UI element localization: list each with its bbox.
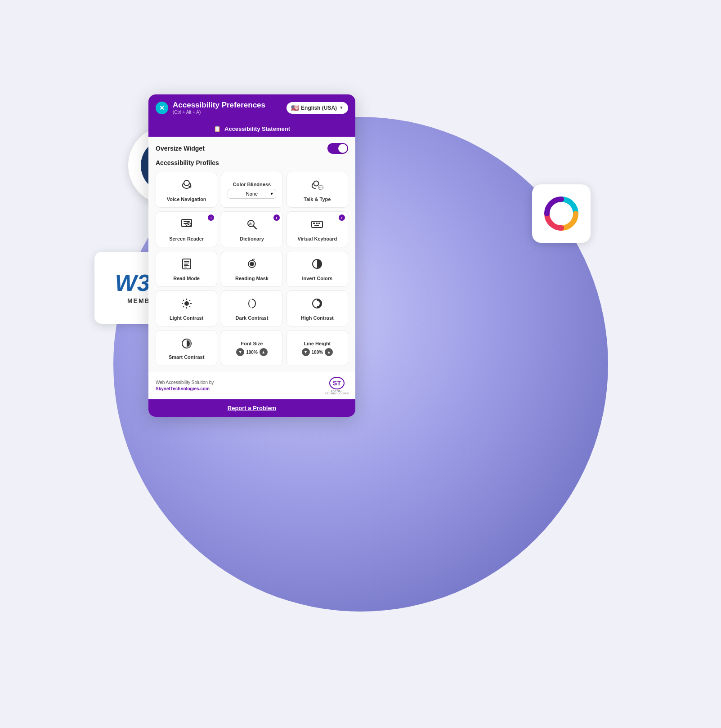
svg-rect-20 (184, 267, 187, 268)
read-mode-icon (180, 258, 193, 273)
widget-header: ✕ Accessibility Preferences (Ctrl + Alt … (148, 94, 355, 121)
line-height-decrement[interactable]: ▼ (302, 348, 310, 356)
header-shortcut: (Ctrl + Alt + A) (173, 110, 265, 115)
font-size-label: Font Size (241, 341, 263, 346)
c-logo-card (532, 184, 591, 243)
voice-navigation-label: Voice Navigation (167, 197, 206, 202)
dictionary-icon: a (246, 218, 258, 233)
screen-reader-item[interactable]: i Screen Reader (156, 211, 217, 247)
high-contrast-item[interactable]: High Contrast (287, 290, 348, 326)
profiles-grid: ◀ Voice Navigation Color Blindness None … (156, 172, 348, 366)
high-contrast-icon (311, 297, 323, 313)
svg-rect-13 (318, 223, 320, 224)
high-contrast-label: High Contrast (301, 315, 334, 321)
invert-colors-label: Invert Colors (302, 276, 332, 281)
widget-body: Oversize Widget Accessibility Profiles ◀ (148, 137, 355, 372)
oversize-widget-toggle[interactable] (327, 143, 348, 154)
svg-point-7 (188, 223, 189, 225)
line-height-item: Line Height ▼ 100% ▲ (287, 330, 348, 366)
svg-rect-19 (184, 265, 189, 266)
language-label: English (USA) (301, 105, 337, 111)
virtual-keyboard-item[interactable]: i Virtual Keyboard (287, 211, 348, 247)
statement-label: Accessibility Statement (224, 125, 290, 132)
line-height-label: Line Height (304, 341, 331, 346)
footer-link[interactable]: SkynetTechnologies.com (156, 386, 210, 391)
header-title-block: Accessibility Preferences (Ctrl + Alt + … (173, 101, 265, 115)
color-blindness-select-wrapper: None Protanopia Deuteranopia Tritanopia … (228, 189, 276, 199)
svg-rect-5 (184, 221, 190, 222)
svg-rect-10 (312, 221, 322, 228)
svg-line-28 (189, 306, 190, 307)
page-wrapper: IAAP International Associationof Accessi… (0, 0, 721, 728)
flag-icon: 🇺🇸 (291, 104, 299, 112)
line-height-value: 100% (312, 350, 323, 355)
header-left: ✕ Accessibility Preferences (Ctrl + Alt … (156, 101, 265, 115)
reading-mask-item[interactable]: Reading Mask (221, 251, 282, 287)
svg-text:◀: ◀ (188, 184, 192, 188)
line-height-controls: ▼ 100% ▲ (302, 348, 333, 356)
svg-rect-16 (184, 261, 189, 262)
footer-logo-subtext: SKYNET TECHNOLOGIES (325, 389, 349, 395)
font-size-increment[interactable]: ▲ (260, 348, 268, 356)
footer-logo-circle: ST (329, 377, 345, 389)
svg-line-29 (189, 300, 190, 301)
svg-point-22 (184, 301, 189, 306)
dictionary-info-icon[interactable]: i (273, 214, 280, 221)
dictionary-item[interactable]: i a Dictionary (221, 211, 282, 247)
language-selector[interactable]: 🇺🇸 English (USA) ▼ (287, 102, 348, 114)
report-problem-button[interactable]: Report a Problem (148, 399, 355, 417)
invert-colors-item[interactable]: Invert Colors (287, 251, 348, 287)
font-size-value: 100% (246, 350, 258, 355)
invert-colors-icon (311, 258, 323, 273)
line-height-increment[interactable]: ▲ (325, 348, 333, 356)
statement-icon: 📋 (214, 125, 221, 132)
svg-rect-14 (314, 225, 319, 226)
screen-reader-icon (180, 218, 193, 233)
dark-contrast-icon (246, 297, 258, 313)
color-blindness-select[interactable]: None Protanopia Deuteranopia Tritanopia (228, 189, 276, 199)
voice-navigation-icon: ◀ (180, 179, 193, 194)
talk-type-label: Talk & Type (304, 197, 331, 202)
font-size-decrement[interactable]: ▼ (236, 348, 244, 356)
svg-text:a: a (249, 221, 252, 226)
virtual-keyboard-info-icon[interactable]: i (339, 214, 345, 221)
dark-contrast-item[interactable]: Dark Contrast (221, 290, 282, 326)
c-logo-icon (543, 196, 579, 232)
smart-contrast-icon (180, 337, 193, 353)
screen-reader-info-icon[interactable]: i (208, 214, 214, 221)
widget-panel: ✕ Accessibility Preferences (Ctrl + Alt … (148, 94, 355, 417)
svg-line-27 (183, 300, 184, 301)
color-blindness-label: Color Blindness (233, 182, 271, 187)
header-title: Accessibility Preferences (173, 101, 265, 110)
statement-bar[interactable]: 📋 Accessibility Statement (148, 121, 355, 137)
font-size-item: Font Size ▼ 100% ▲ (221, 330, 282, 366)
virtual-keyboard-icon (311, 218, 323, 233)
screen-reader-label: Screen Reader (169, 236, 204, 241)
talk-type-icon: 💬 (311, 179, 323, 194)
chevron-down-icon: ▼ (339, 105, 344, 110)
footer-logo: ST SKYNET TECHNOLOGIES (326, 377, 348, 395)
svg-line-30 (183, 306, 184, 307)
svg-rect-11 (313, 223, 315, 224)
read-mode-item[interactable]: Read Mode (156, 251, 217, 287)
svg-text:💬: 💬 (318, 185, 323, 191)
toggle-knob (338, 144, 347, 153)
reading-mask-label: Reading Mask (235, 276, 269, 281)
svg-rect-12 (316, 223, 318, 224)
reading-mask-icon (246, 258, 258, 273)
profiles-section-title: Accessibility Profiles (156, 159, 348, 166)
talk-type-item[interactable]: 💬 Talk & Type (287, 172, 348, 208)
read-mode-label: Read Mode (173, 276, 200, 281)
close-button[interactable]: ✕ (156, 102, 168, 114)
voice-navigation-item[interactable]: ◀ Voice Navigation (156, 172, 217, 208)
light-contrast-item[interactable]: Light Contrast (156, 290, 217, 326)
svg-rect-18 (184, 264, 188, 265)
light-contrast-label: Light Contrast (170, 315, 203, 321)
oversize-widget-label: Oversize Widget (156, 145, 205, 152)
footer-text: Web Accessibility Solution by SkynetTech… (156, 380, 214, 392)
font-size-controls: ▼ 100% ▲ (236, 348, 268, 356)
color-blindness-item[interactable]: Color Blindness None Protanopia Deuteran… (221, 172, 282, 208)
smart-contrast-item[interactable]: Smart Contrast (156, 330, 217, 366)
widget-footer: Web Accessibility Solution by SkynetTech… (148, 372, 355, 399)
light-contrast-icon (180, 297, 193, 313)
